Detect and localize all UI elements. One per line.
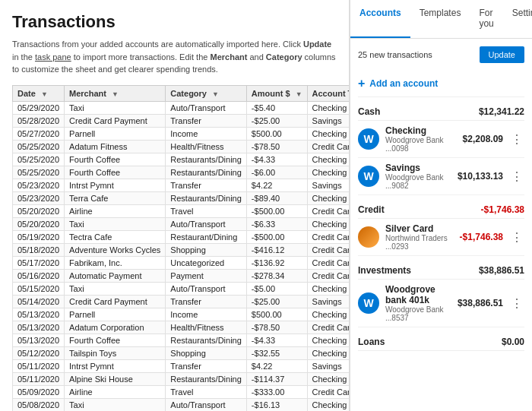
- table-row: 05/23/2020Terra CafeRestaurants/Dining-$…: [13, 191, 350, 204]
- add-account-label: Add an account: [369, 78, 438, 89]
- account-details: Silver CardNorthwind Traders ...0293: [385, 223, 454, 251]
- account-section: Cash$12,341.22WCheckingWoodgrove Bank ..…: [358, 103, 524, 195]
- tab-accounts[interactable]: Accounts: [350, 0, 410, 38]
- account-name: Woodgrove bank 401k: [385, 284, 451, 305]
- account-item: Silver CardNorthwind Traders ...0293-$1,…: [358, 219, 524, 256]
- table-row: 05/09/2020AirlineTravel-$333.00Credit Ca…: [13, 385, 350, 398]
- account-amount: $2,208.09: [463, 134, 503, 144]
- account-icon: W: [358, 292, 379, 314]
- table-row: 05/28/2020Credit Card PaymentTransfer-$2…: [13, 114, 350, 127]
- table-row: 05/11/2020Intrst PymntTransfer$4.22Savin…: [13, 359, 350, 372]
- tab-settings[interactable]: Settings: [503, 0, 532, 38]
- account-item: WCheckingWoodgrove Bank ...0098$2,208.09…: [358, 121, 524, 158]
- account-category-name: Loans: [358, 337, 385, 347]
- right-content: 25 new transactions Update + Add an acco…: [350, 39, 532, 411]
- col-category[interactable]: Category ▼: [166, 85, 247, 101]
- account-item: WSavingsWoodgrove Bank ...9082$10,133.13…: [358, 158, 524, 195]
- account-name: Checking: [385, 125, 457, 136]
- table-row: 05/25/2020Adatum FitnessHealth/Fitness-$…: [13, 140, 350, 153]
- right-panel: Accounts Templates For you Settings 25 n…: [350, 0, 532, 411]
- account-menu-icon[interactable]: ⋮: [509, 169, 524, 184]
- account-name: Savings: [385, 163, 451, 173]
- col-amount[interactable]: Amount $ ▼: [246, 85, 307, 101]
- table-row: 05/18/2020Adventure Works CyclesShopping…: [13, 243, 350, 256]
- account-category-name: Cash: [358, 106, 380, 117]
- table-row: 05/19/2020Tectra CafeRestaurant/Dining-$…: [13, 230, 350, 243]
- account-category-total: -$1,746.38: [481, 204, 524, 215]
- transactions-table: Date ▼ Merchant ▼ Category ▼ Amount $ ▼ …: [12, 85, 350, 412]
- account-amount: $10,133.13: [458, 171, 503, 182]
- account-sub: Woodgrove Bank ...9082: [385, 173, 451, 190]
- account-sub: Woodgrove Bank ...8537: [385, 305, 451, 322]
- account-sub: Woodgrove Bank ...0098: [385, 136, 457, 153]
- col-date[interactable]: Date ▼: [13, 85, 65, 101]
- account-category-row: Cash$12,341.22: [358, 103, 524, 121]
- table-row: 05/27/2020ParnellIncome$500.00Checking: [13, 127, 350, 140]
- left-panel: Transactions Transactions from your adde…: [0, 0, 350, 411]
- table-row: 05/12/2020Tailspin ToysShopping-$32.55Ch…: [13, 346, 350, 359]
- new-transactions-bar: 25 new transactions Update: [358, 46, 524, 63]
- account-category-row: Credit-$1,746.38: [358, 201, 524, 219]
- account-icon: W: [358, 128, 379, 150]
- account-amount: -$1,746.38: [460, 232, 503, 242]
- account-category-total: $0.00: [502, 337, 524, 347]
- account-amount: $38,886.51: [458, 298, 503, 308]
- account-category-row: Loans$0.00: [358, 334, 524, 351]
- account-category-total: $38,886.51: [479, 265, 524, 276]
- account-menu-icon[interactable]: ⋮: [509, 296, 524, 311]
- account-item: WWoodgrove bank 401kWoodgrove Bank ...85…: [358, 280, 524, 327]
- account-icon: W: [358, 166, 379, 187]
- table-row: 05/16/2020Automatic PaymentPayment-$278.…: [13, 269, 350, 282]
- tab-for-you[interactable]: For you: [470, 0, 502, 38]
- table-row: 05/25/2020Fourth CoffeeRestaurants/Dinin…: [13, 166, 350, 179]
- add-icon: +: [358, 77, 365, 90]
- table-row: 05/20/2020AirlineTravel-$500.00Credit Ca…: [13, 204, 350, 217]
- account-name: Silver Card: [385, 223, 454, 234]
- account-details: Woodgrove bank 401kWoodgrove Bank ...853…: [385, 284, 451, 322]
- account-menu-icon[interactable]: ⋮: [509, 132, 524, 147]
- account-section: Loans$0.00: [358, 334, 524, 351]
- account-menu-icon[interactable]: ⋮: [509, 230, 524, 245]
- col-account-type[interactable]: Account Type ▼: [307, 85, 350, 101]
- page-title: Transactions: [12, 12, 337, 32]
- tabs-bar: Accounts Templates For you Settings: [350, 0, 532, 39]
- add-account-row[interactable]: + Add an account: [358, 71, 524, 97]
- table-row: 05/14/2020Credit Card PaymentTransfer-$2…: [13, 295, 350, 308]
- table-row: 05/13/2020Fourth CoffeeRestaurants/Dinin…: [13, 334, 350, 346]
- table-row: 05/08/2020TaxiAuto/Transport-$16.13Check…: [13, 398, 350, 411]
- table-row: 05/17/2020Fabrikam, Inc.Uncategorized-$1…: [13, 256, 350, 269]
- description: Transactions from your added accounts ar…: [12, 38, 337, 76]
- table-row: 05/15/2020TaxiAuto/Transport-$5.00Checki…: [13, 282, 350, 295]
- account-category-name: Credit: [358, 204, 385, 215]
- table-row: 05/29/2020TaxiAuto/Transport-$5.40Checki…: [13, 101, 350, 114]
- accounts-sections: Cash$12,341.22WCheckingWoodgrove Bank ..…: [358, 103, 524, 351]
- account-icon: [358, 226, 379, 248]
- account-details: SavingsWoodgrove Bank ...9082: [385, 163, 451, 190]
- account-sub: Northwind Traders ...0293: [385, 234, 454, 251]
- account-section: Credit-$1,746.38Silver CardNorthwind Tra…: [358, 201, 524, 256]
- tab-templates[interactable]: Templates: [410, 0, 470, 38]
- table-row: 05/13/2020Adatum CorporationHealth/Fitne…: [13, 321, 350, 334]
- table-row: 05/11/2020Alpine Ski HouseRestaurants/Di…: [13, 372, 350, 385]
- new-transactions-count: 25 new transactions: [358, 50, 432, 59]
- table-row: 05/25/2020Fourth CoffeeRestaurants/Dinin…: [13, 153, 350, 166]
- account-category-row: Investments$38,886.51: [358, 262, 524, 280]
- table-row: 05/20/2020TaxiAuto/Transport-$6.33Checki…: [13, 217, 350, 230]
- account-category-name: Investments: [358, 265, 411, 276]
- table-row: 05/13/2020ParnellIncome$500.00Checking: [13, 308, 350, 321]
- account-details: CheckingWoodgrove Bank ...0098: [385, 125, 457, 153]
- account-category-total: $12,341.22: [479, 106, 524, 117]
- account-section: Investments$38,886.51WWoodgrove bank 401…: [358, 262, 524, 327]
- update-button[interactable]: Update: [480, 46, 524, 63]
- col-merchant[interactable]: Merchant ▼: [65, 85, 166, 101]
- table-row: 05/23/2020Intrst PymntTransfer$4.22Savin…: [13, 179, 350, 191]
